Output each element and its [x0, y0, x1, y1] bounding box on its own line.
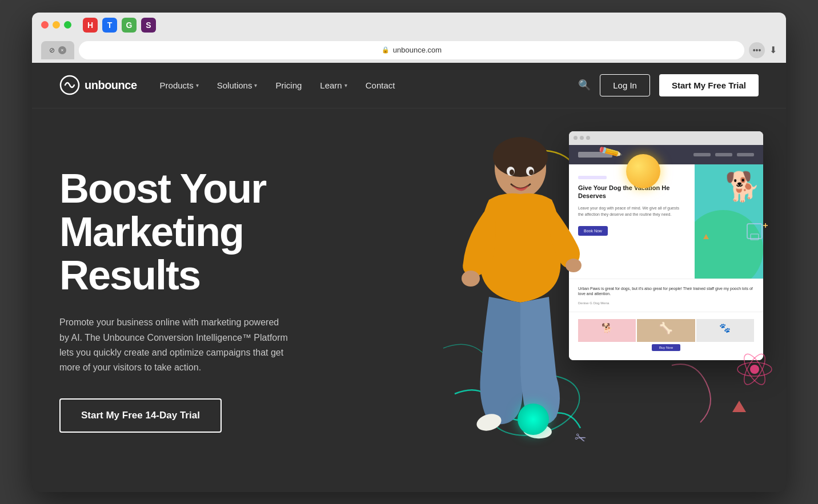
mockup-buy-button: Buy Now — [652, 344, 680, 351]
nav-item-solutions-label: Solutions — [217, 80, 252, 90]
mockup-grid: 🐕 🦴 🐾 — [578, 319, 754, 342]
url-text: unbounce.com — [393, 46, 442, 54]
products-chevron-icon: ▾ — [196, 82, 199, 88]
mockup-review-text: Urban Paws is great for dogs, but it's a… — [578, 286, 754, 297]
search-icon[interactable]: 🔍 — [578, 79, 591, 91]
nav-item-pricing[interactable]: Pricing — [275, 80, 302, 90]
mockup-grid-item-3: 🐾 — [696, 319, 754, 342]
small-triangle-decoration — [703, 234, 709, 239]
logo[interactable]: unbounce — [59, 75, 137, 95]
tab-favicon: ⊘ — [49, 46, 55, 54]
mockup-grid-item-2: 🦴 — [637, 319, 695, 342]
nav-item-contact-label: Contact — [366, 80, 395, 90]
traffic-lights — [41, 21, 71, 29]
svg-point-16 — [750, 365, 759, 374]
app-icon-g[interactable]: G — [122, 18, 137, 33]
browser-window: H T G S ⊘ × 🔒 unbounce.com ••• ⬇ — [32, 13, 786, 492]
browser-menu-button[interactable]: ••• — [749, 42, 765, 58]
start-trial-button[interactable]: Start My Free Trial — [659, 74, 759, 96]
hero-visual: Give Your Dog the Vacation He Deserves L… — [398, 108, 786, 492]
mockup-dog-icon: 🐕 — [725, 170, 760, 203]
traffic-light-red[interactable] — [41, 21, 49, 29]
nav-item-pricing-label: Pricing — [275, 80, 302, 90]
hero-title: Boost Your Marketing Results — [59, 167, 288, 297]
app-icon-h[interactable]: H — [83, 18, 98, 33]
tab-close-icon[interactable]: × — [58, 46, 66, 54]
app-icon-t[interactable]: T — [102, 18, 117, 33]
solutions-chevron-icon: ▾ — [254, 82, 257, 88]
nav-item-learn-label: Learn — [320, 80, 342, 90]
nav-item-products-label: Products — [160, 80, 194, 90]
traffic-light-green[interactable] — [64, 21, 71, 29]
address-bar[interactable]: 🔒 unbounce.com — [79, 41, 744, 59]
logo-icon — [59, 75, 80, 95]
mockup-nav-item — [715, 153, 732, 156]
mockup-nav-item — [693, 153, 711, 156]
app-icon-s[interactable]: S — [141, 18, 156, 33]
mockup-nav — [693, 153, 754, 156]
app-icons: H T G S — [83, 18, 156, 33]
login-button[interactable]: Log In — [600, 74, 650, 96]
browser-title-bar: H T G S — [32, 13, 786, 38]
nav-item-products[interactable]: Products ▾ — [160, 80, 199, 90]
browser-tab[interactable]: ⊘ × — [41, 41, 74, 59]
learn-chevron-icon: ▾ — [344, 82, 347, 88]
svg-rect-12 — [747, 224, 762, 239]
yellow-ball-decoration — [626, 154, 660, 188]
atom-decoration — [735, 349, 775, 389]
logo-text: unbounce — [85, 79, 137, 92]
nav-item-contact[interactable]: Contact — [366, 80, 395, 90]
nav-actions: 🔍 Log In Start My Free Trial — [578, 74, 759, 96]
mockup-nav-item — [737, 153, 754, 156]
mockup-reviewer: Denise G Dog Mena — [578, 301, 754, 305]
hero-section: Boost Your Marketing Results Promote you… — [32, 108, 786, 492]
browser-chrome: H T G S ⊘ × 🔒 unbounce.com ••• ⬇ — [32, 13, 786, 63]
download-icon[interactable]: ⬇ — [769, 45, 777, 55]
edit-icon — [746, 223, 769, 249]
hero-content: Boost Your Marketing Results Promote you… — [59, 167, 288, 432]
svg-point-4 — [462, 271, 480, 287]
nav-item-learn[interactable]: Learn ▾ — [320, 80, 347, 90]
teal-circle-decoration — [518, 404, 549, 435]
nav-item-solutions[interactable]: Solutions ▾ — [217, 80, 258, 90]
mockup-hero-image: 🐕 — [695, 164, 763, 279]
svg-point-10 — [510, 170, 514, 175]
navbar: unbounce Products ▾ Solutions ▾ Pricing … — [32, 63, 786, 108]
website-content: unbounce Products ▾ Solutions ▾ Pricing … — [32, 63, 786, 492]
svg-point-3 — [493, 137, 548, 177]
nav-links: Products ▾ Solutions ▾ Pricing Learn ▾ C… — [160, 80, 579, 90]
hero-subtitle: Promote your business online with market… — [59, 315, 288, 376]
traffic-light-yellow[interactable] — [53, 21, 60, 29]
lock-icon: 🔒 — [382, 46, 390, 54]
browser-toolbar: ⊘ × 🔒 unbounce.com ••• ⬇ — [32, 38, 786, 63]
svg-point-5 — [566, 259, 582, 272]
tab-area: ⊘ × — [41, 41, 74, 59]
hero-cta-button[interactable]: Start My Free 14-Day Trial — [59, 398, 222, 433]
svg-point-11 — [529, 170, 534, 175]
pink-triangle-decoration — [732, 401, 746, 412]
